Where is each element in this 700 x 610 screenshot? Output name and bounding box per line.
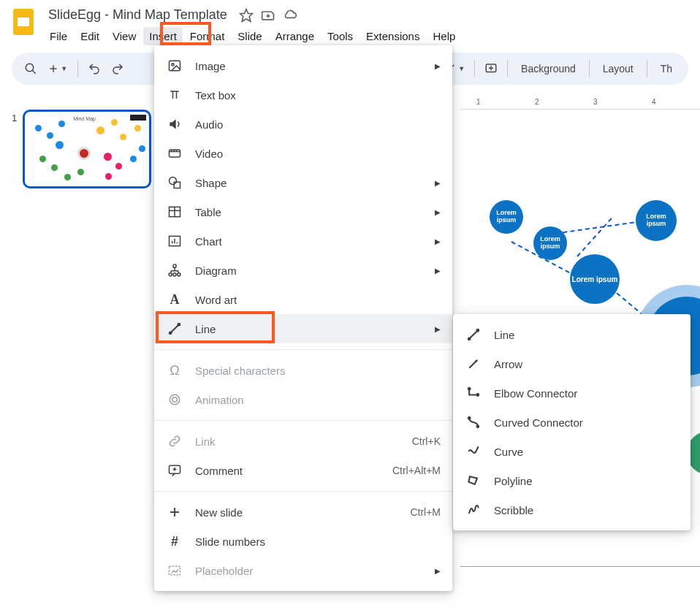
insert-animation: Animation [154,385,452,414]
star-icon[interactable] [239,8,254,23]
insert-comment[interactable]: CommentCtrl+Alt+M [154,456,452,485]
line-arrow[interactable]: Arrow [453,349,691,378]
menu-item-label: Comment [195,465,378,477]
menu-item-label: Curved Connector [494,416,679,429]
plus-icon [166,503,183,521]
slide-panel: 1 Mind Map [12,110,165,188]
canvas-bubble[interactable]: Lorem ipsum [570,254,620,304]
svg-point-43 [468,388,471,390]
diagram-icon [166,262,183,279]
theme-button[interactable]: Th [653,58,680,79]
insert-audio[interactable]: Audio [154,110,452,139]
shortcut-label: Ctrl+Alt+M [392,465,441,476]
menu-tools[interactable]: Tools [322,27,359,45]
new-slide-button[interactable]: ▼ [44,57,71,80]
line-curved-connector[interactable]: Curved Connector [453,408,691,437]
move-icon[interactable] [261,8,275,23]
insert-special-characters: ΩSpecial characters [154,356,452,385]
chart-icon [166,232,183,250]
menu-view[interactable]: View [107,27,142,45]
menu-item-label: Elbow Connector [494,387,679,400]
svg-rect-13 [170,150,180,157]
search-button[interactable] [20,57,41,80]
line-scribble[interactable]: Scribble [453,495,691,525]
line-line[interactable]: Line [453,320,691,349]
svg-point-30 [172,397,178,403]
insert-chart[interactable]: Chart▶ [154,226,452,256]
canvas-bubble[interactable]: Lorem ipsum [636,200,677,241]
video-icon [166,145,183,162]
insert-word-art[interactable]: AWord art [154,285,452,314]
layout-button[interactable]: Layout [596,58,641,79]
menu-item-label: Video [195,148,441,160]
table-icon [166,203,183,221]
menu-item-label: Audio [195,118,441,131]
svg-point-25 [173,273,176,276]
shortcut-label: Ctrl+M [410,506,441,518]
menu-format[interactable]: Format [184,27,231,45]
svg-marker-47 [468,476,477,484]
line-icon [166,320,183,338]
slide-thumbnail[interactable]: Mind Map [23,110,151,188]
menu-item-label: Chart [195,235,420,248]
cloud-status-icon[interactable] [283,8,297,23]
wordart-icon: A [166,291,183,308]
insert-image[interactable]: Image▶ [154,51,452,80]
menu-item-label: Scribble [494,504,679,516]
svg-point-3 [26,64,34,72]
insert-diagram[interactable]: Diagram▶ [154,256,452,285]
horizontal-ruler: 1 2 3 4 [460,95,700,110]
insert-link: LinkCtrl+K [154,427,452,456]
background-button[interactable]: Background [514,58,583,79]
svg-marker-2 [240,9,252,21]
insert-shape[interactable]: Shape▶ [154,168,452,197]
insert-table[interactable]: Table▶ [154,197,452,226]
comment-icon [166,462,183,479]
menu-insert[interactable]: Insert [143,27,183,45]
insert-new-slide[interactable]: New slideCtrl+M [154,497,452,527]
line-submenu-dropdown: LineArrowElbow ConnectorCurved Connector… [453,314,691,530]
menu-file[interactable]: File [44,27,73,45]
menu-item-label: Diagram [195,264,420,277]
menu-help[interactable]: Help [427,27,461,45]
menu-slide[interactable]: Slide [232,27,267,45]
line-polyline[interactable]: Polyline [453,466,691,495]
svg-line-27 [170,324,179,333]
submenu-arrow-icon: ▶ [435,208,441,216]
menu-extensions[interactable]: Extensions [360,27,425,45]
menu-item-label: Arrow [494,358,679,370]
shape-icon [166,174,183,191]
svg-rect-11 [170,61,180,70]
ruler-tick: 3 [593,98,598,106]
insert-text-box[interactable]: Text box [154,80,452,110]
animation-icon [166,391,183,408]
menu-arrange[interactable]: Arrange [270,27,320,45]
line-elbow-connector[interactable]: Elbow Connector [453,378,691,408]
insert-line[interactable]: Line▶ [154,314,452,343]
curved-icon [465,413,482,431]
menu-item-label: Curve [494,446,679,458]
svg-point-44 [476,394,479,396]
insert-video[interactable]: Video [154,139,452,168]
submenu-arrow-icon: ▶ [435,567,441,575]
menu-item-label: Image [195,60,420,72]
canvas-bubble[interactable]: Lorem ipsum [490,200,523,234]
document-title[interactable]: SlideEgg - Mind Map Template [44,6,232,24]
line-curve[interactable]: Curve [453,437,691,466]
hash-icon: # [166,533,183,550]
menu-item-label: Line [195,323,420,335]
svg-line-38 [469,330,478,339]
canvas-bubble[interactable]: Lorem ipsum [533,226,567,260]
slides-logo[interactable] [9,7,38,37]
comment-button[interactable] [481,57,501,80]
menu-item-label: Shape [195,177,420,189]
image-icon [166,57,183,75]
slide-number: 1 [12,110,17,188]
app-header: SlideEgg - Mind Map Template File Edit V… [0,0,700,50]
undo-button[interactable] [84,57,104,80]
line-icon [465,326,482,343]
menu-edit[interactable]: Edit [75,27,105,45]
insert-slide-numbers[interactable]: #Slide numbers [154,527,452,556]
redo-button[interactable] [107,57,128,80]
svg-point-28 [170,332,172,334]
